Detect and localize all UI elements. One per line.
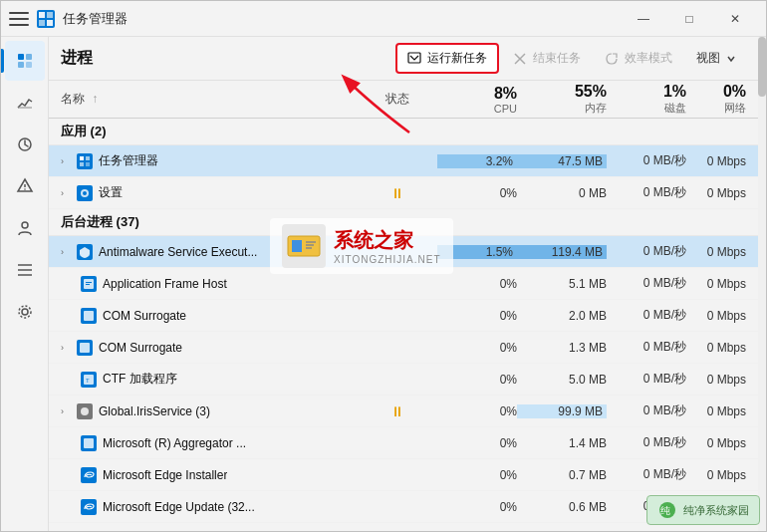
sidebar-item-users[interactable] bbox=[5, 208, 45, 248]
svg-point-35 bbox=[81, 407, 89, 415]
minimize-button[interactable]: — bbox=[621, 1, 666, 37]
svg-rect-30 bbox=[86, 284, 90, 285]
col-name-header[interactable]: 名称 ↑ bbox=[61, 91, 358, 108]
svg-rect-36 bbox=[84, 438, 94, 448]
menu-icon[interactable] bbox=[9, 9, 29, 29]
sidebar-item-performance[interactable] bbox=[5, 83, 45, 123]
cpu-cell: 0% bbox=[437, 436, 517, 450]
svg-point-13 bbox=[22, 222, 28, 228]
table-row[interactable]: › Global.IrisService (3) ⏸ 0% 99.9 MB 0 bbox=[49, 396, 758, 427]
disk-cell: 0 MB/秒 bbox=[607, 152, 686, 169]
table-row[interactable]: Microsoft (R) Aggregator ... 0% 1.4 MB 0… bbox=[49, 427, 758, 459]
cpu-cell: 0% bbox=[437, 373, 517, 387]
process-icon bbox=[81, 435, 97, 451]
disk-cell: 0 MB/秒 bbox=[607, 307, 686, 324]
net-cell: 0 Mbps bbox=[686, 373, 746, 387]
status-cell: ⏸ bbox=[358, 185, 437, 201]
process-name-cell: Microsoft Edge Update (32... bbox=[61, 499, 358, 515]
table-row[interactable]: › 设置 ⏸ 0% 0 MB 0 MB/秒 bbox=[49, 177, 758, 209]
col-status-header[interactable]: 状态 bbox=[358, 91, 437, 108]
table-row[interactable]: Microsoft Edge Installer 0% 0.7 MB 0 MB/… bbox=[49, 459, 758, 491]
mem-cell: 2.0 MB bbox=[517, 309, 607, 323]
view-button[interactable]: 视图 bbox=[686, 45, 746, 72]
net-cell: 0 Mbps bbox=[686, 436, 746, 450]
disk-cell: 0 MB/秒 bbox=[607, 184, 686, 201]
svg-point-17 bbox=[22, 309, 28, 315]
disk-cell: 0 MB/秒 bbox=[607, 434, 686, 451]
table-row[interactable]: COM Surrogate 0% 2.0 MB 0 MB/秒 0 Mbps bbox=[49, 300, 758, 332]
scrollbar[interactable] bbox=[758, 37, 766, 531]
table-row[interactable]: › COM Surrogate 0% 1.3 MB 0 MB/秒 0 Mbps bbox=[49, 332, 758, 364]
mem-cell: 1.3 MB bbox=[517, 341, 607, 355]
table-row[interactable]: › 任务管理器 3.2% 47.5 MB bbox=[49, 145, 758, 177]
run-new-task-button[interactable]: 运行新任务 bbox=[395, 43, 499, 74]
disk-cell: 0 MB/秒 bbox=[607, 371, 686, 388]
content-area: 进程 运行新任务 结束任务 bbox=[49, 37, 758, 531]
expand-arrow[interactable]: › bbox=[61, 188, 71, 198]
expand-arrow[interactable]: › bbox=[61, 247, 71, 257]
watermark-subtitle: XITONGZHIJIA.NET bbox=[334, 254, 441, 265]
task-manager-window: 任务管理器 — □ ✕ bbox=[0, 0, 767, 532]
window-controls: — □ ✕ bbox=[621, 1, 758, 37]
col-cpu-header[interactable]: 8% CPU bbox=[437, 85, 517, 115]
mem-cell: 119.4 MB bbox=[517, 245, 607, 259]
svg-text:T: T bbox=[86, 378, 90, 384]
expand-arrow[interactable]: › bbox=[61, 343, 71, 353]
cpu-cell: 0% bbox=[437, 341, 517, 355]
process-name-cell: Microsoft (R) Aggregator ... bbox=[61, 435, 358, 451]
expand-arrow[interactable]: › bbox=[61, 406, 71, 416]
mem-cell: 1.4 MB bbox=[517, 436, 607, 450]
table-row[interactable]: T CTF 加载程序 0% 5.0 MB 0 MB/秒 0 Mbps bbox=[49, 364, 758, 396]
bottom-watermark-text: 纯净系统家园 bbox=[683, 503, 749, 518]
col-mem-header[interactable]: 55% 内存 bbox=[517, 83, 607, 116]
efficiency-mode-button[interactable]: 效率模式 bbox=[595, 45, 682, 72]
svg-rect-24 bbox=[80, 162, 84, 166]
svg-rect-7 bbox=[26, 62, 32, 68]
table-header: 名称 ↑ 状态 8% CPU 55% 内存 1% bbox=[49, 81, 758, 119]
process-icon: T bbox=[81, 372, 97, 388]
net-cell: 0 Mbps bbox=[686, 341, 746, 355]
process-icon bbox=[77, 340, 93, 356]
watermark: 系统之家 XITONGZHIJIA.NET bbox=[270, 218, 453, 274]
svg-rect-3 bbox=[47, 20, 53, 26]
process-name-cell: Microsoft Edge Installer bbox=[61, 467, 358, 483]
mem-cell: 47.5 MB bbox=[517, 154, 607, 168]
net-cell: 0 Mbps bbox=[686, 245, 746, 259]
process-name-cell: › Global.IrisService (3) bbox=[61, 403, 358, 419]
net-cell: 0 Mbps bbox=[686, 404, 746, 418]
svg-rect-1 bbox=[47, 12, 53, 18]
sidebar-item-details[interactable] bbox=[5, 250, 45, 290]
close-button[interactable]: ✕ bbox=[712, 1, 758, 37]
expand-arrow[interactable]: › bbox=[61, 156, 71, 166]
watermark-text: 系统之家 XITONGZHIJIA.NET bbox=[334, 227, 441, 265]
disk-cell: 0 MB/秒 bbox=[607, 339, 686, 356]
cpu-cell: 0% bbox=[437, 277, 517, 291]
process-table[interactable]: 名称 ↑ 状态 8% CPU 55% 内存 1% bbox=[49, 81, 758, 531]
mem-cell: 0 MB bbox=[517, 186, 607, 200]
svg-rect-31 bbox=[84, 311, 94, 321]
sidebar-item-history[interactable] bbox=[5, 125, 45, 164]
svg-rect-25 bbox=[86, 162, 90, 166]
sidebar-item-services[interactable] bbox=[5, 292, 45, 332]
svg-point-12 bbox=[24, 188, 26, 190]
col-net-header[interactable]: 0% 网络 bbox=[686, 83, 746, 116]
net-cell: 0 Mbps bbox=[686, 309, 746, 323]
mem-cell: 0.6 MB bbox=[517, 500, 607, 514]
col-disk-header[interactable]: 1% 磁盘 bbox=[607, 83, 686, 116]
svg-rect-4 bbox=[18, 54, 24, 60]
svg-rect-5 bbox=[26, 54, 32, 60]
maximize-button[interactable]: □ bbox=[666, 1, 712, 37]
svg-point-27 bbox=[83, 191, 87, 195]
cpu-cell: 0% bbox=[437, 309, 517, 323]
sidebar-item-processes[interactable] bbox=[5, 41, 45, 81]
process-name-cell: COM Surrogate bbox=[61, 308, 358, 324]
mem-cell: 5.0 MB bbox=[517, 373, 607, 387]
svg-text:纯: 纯 bbox=[660, 505, 670, 516]
sidebar bbox=[1, 37, 49, 531]
sidebar-item-startup[interactable] bbox=[5, 166, 45, 206]
bottom-watermark: 纯 纯净系统家园 bbox=[646, 495, 760, 525]
process-icon bbox=[77, 244, 93, 260]
end-task-button[interactable]: 结束任务 bbox=[503, 45, 591, 72]
status-cell: ⏸ bbox=[358, 403, 437, 419]
svg-rect-2 bbox=[39, 20, 45, 26]
